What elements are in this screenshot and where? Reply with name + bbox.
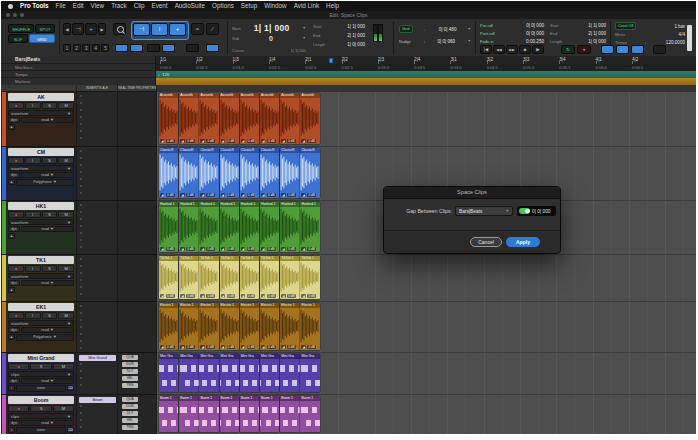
clip-gain-value[interactable]: 0 dB — [247, 345, 256, 350]
clip-gain-value[interactable]: 0 dB — [267, 345, 276, 350]
input-monitor-button[interactable]: I — [25, 102, 41, 109]
clip-gain-icon[interactable]: ◢ — [200, 247, 204, 252]
record-enable-button[interactable]: ● — [8, 363, 29, 370]
rtp-qua[interactable]: QUA — [122, 397, 138, 402]
clip-cm-3[interactable]: ClassicR◢0 dB — [199, 148, 218, 198]
rtp-qua[interactable]: QUA — [122, 355, 138, 360]
mute-button[interactable]: M — [58, 157, 74, 164]
zoom-horizontal-out-button[interactable] — [115, 44, 128, 52]
insert-plugin-mini-grand[interactable]: Mini Grand — [79, 355, 116, 361]
record-enable-button[interactable]: ● — [8, 405, 29, 412]
zoom-preset-1[interactable]: 1 — [63, 44, 71, 52]
clip-ek1-7[interactable]: Electro 1◢0 dB — [280, 303, 299, 350]
clip-gain-value[interactable]: 0 dB — [227, 247, 236, 252]
metronome-button[interactable]: ♩ — [616, 45, 629, 54]
sub-counter[interactable]: Sub 0 ▼ — [232, 34, 306, 42]
transport-end-value[interactable]: 2| 1| 000 — [588, 31, 606, 36]
solo-button[interactable]: S — [42, 157, 58, 164]
clip-gain-icon[interactable]: ◢ — [301, 294, 305, 299]
tempo-event[interactable]: ♩120 — [158, 72, 169, 77]
clip-ek1-4[interactable]: Electro 1◢0 dB — [220, 303, 239, 350]
dyn-button[interactable]: dyn — [8, 378, 20, 384]
clip-ak-7[interactable]: Acoustik◢0 dB — [280, 93, 299, 144]
clip-gain-icon[interactable]: ◢ — [281, 294, 285, 299]
gap-units-select[interactable]: Bars|Beats ▼ — [455, 206, 513, 216]
clip-gain-value[interactable]: 0 dB — [206, 247, 215, 252]
clip-gain-icon[interactable]: ◢ — [241, 345, 245, 350]
sel-end-value[interactable]: 2| 1| 000 — [347, 33, 365, 38]
clip-mini-grand-4[interactable]: Mini Gra — [220, 354, 239, 392]
clip-gain-icon[interactable]: ◢ — [160, 345, 164, 350]
play-button[interactable]: ▶ — [532, 45, 544, 54]
clip-gain-icon[interactable]: ◢ — [180, 193, 184, 198]
track-view-selector[interactable]: waveform▼ — [8, 165, 74, 171]
pre-roll-label[interactable]: Pre-roll — [480, 23, 493, 28]
clip-gain-icon[interactable]: ◢ — [180, 247, 184, 252]
track-view-selector[interactable]: clips▼ — [8, 371, 74, 377]
sel-start-value[interactable]: 1| 1| 000 — [347, 24, 365, 29]
clip-cm-4[interactable]: ClassicR◢0 dB — [220, 148, 239, 198]
menu-event[interactable]: Event — [152, 1, 168, 11]
clip-gain-icon[interactable]: ◢ — [281, 139, 285, 144]
smart-tool-group[interactable]: ⊣ I + — [131, 21, 189, 40]
clip-gain-icon[interactable]: ◢ — [281, 247, 285, 252]
clip-gain-value[interactable]: 0 dB — [227, 345, 236, 350]
clip-gain-icon[interactable]: ◢ — [241, 247, 245, 252]
clip-boom-7[interactable]: Boom 1 — [280, 396, 299, 432]
clip-cm-6[interactable]: ClassicR◢0 dB — [260, 148, 279, 198]
menu-file[interactable]: File — [56, 1, 66, 11]
track-lane-mini-grand[interactable]: Mini GraMini GraMini GraMini GraMini Gra… — [157, 353, 696, 395]
clip-tk1-6[interactable]: TikTok 1◢0 dB — [260, 256, 279, 299]
smart-grabber-icon[interactable]: + — [169, 23, 186, 36]
track-view-selector[interactable]: waveform▼ — [8, 110, 74, 116]
clip-cm-7[interactable]: ClassicR◢0 dB — [280, 148, 299, 198]
mute-button[interactable]: M — [53, 363, 74, 370]
clip-gain-value[interactable]: 0 dB — [247, 294, 256, 299]
record-enable-button[interactable]: ● — [8, 157, 24, 164]
input-monitor-button[interactable]: I — [25, 211, 41, 218]
zoom-preset-3[interactable]: 3 — [82, 44, 90, 52]
menu-help[interactable]: Help — [326, 1, 339, 11]
track-view-selector[interactable]: waveform▼ — [8, 273, 74, 279]
solo-button[interactable]: S — [30, 405, 51, 412]
track-name-ek1[interactable]: EK1 — [8, 303, 74, 311]
zoom-horizontal-in-button[interactable] — [130, 44, 143, 52]
pre-roll-toggle-button[interactable] — [653, 45, 666, 54]
clip-boom-2[interactable]: Boom 1 — [179, 396, 198, 432]
clip-tk1-3[interactable]: TikTok 1◢0 dB — [199, 256, 218, 299]
clip-gain-value[interactable]: 0 dB — [166, 247, 175, 252]
mute-button[interactable]: M — [58, 312, 74, 319]
clip-gain-value[interactable]: 0 dB — [186, 294, 195, 299]
grid-label[interactable]: Grid — [399, 25, 413, 33]
track-lane-boom[interactable]: Boom 1Boom 1Boom 1Boom 1Boom 1Boom 1Boom… — [157, 395, 696, 434]
elastic-audio-icon[interactable]: ▲ — [8, 287, 15, 293]
clip-ak-3[interactable]: Acoustik◢0 dB — [199, 93, 218, 144]
clip-tk1-5[interactable]: TikTok 1◢0 dB — [240, 256, 259, 299]
clip-gain-icon[interactable]: ◢ — [200, 345, 204, 350]
rewind-button[interactable]: ◀◀ — [493, 45, 505, 54]
zoom-preset-2[interactable]: 2 — [73, 44, 81, 52]
clip-gain-icon[interactable]: ◢ — [261, 193, 265, 198]
fade-in-value[interactable]: 0:00.250 — [526, 39, 544, 44]
clip-mini-grand-3[interactable]: Mini Gra — [199, 354, 218, 392]
menu-edit[interactable]: Edit — [73, 1, 84, 11]
markers-ruler[interactable] — [156, 78, 696, 85]
keyboard-icon[interactable]: ⌨ — [67, 385, 74, 391]
nudge-dropdown-icon[interactable]: ▼ — [468, 39, 471, 43]
clip-mini-grand-6[interactable]: Mini Gra — [260, 354, 279, 392]
clip-ak-6[interactable]: Acoustik◢0 dB — [260, 93, 279, 144]
clip-gain-value[interactable]: 0 dB — [287, 345, 296, 350]
clip-gain-value[interactable]: 0 dB — [307, 294, 316, 299]
track-name-tk1[interactable]: TK1 — [8, 256, 74, 264]
clip-gain-icon[interactable]: ◢ — [301, 345, 305, 350]
clip-gain-value[interactable]: 0 dB — [186, 139, 195, 144]
rtp-dur[interactable]: DUR — [122, 362, 138, 367]
clip-boom-3[interactable]: Boom 1 — [199, 396, 218, 432]
clip-gain-icon[interactable]: ◢ — [261, 139, 265, 144]
clip-ak-1[interactable]: Acoustik◢0 dB — [159, 93, 178, 144]
clip-gain-value[interactable]: 0 dB — [287, 193, 296, 198]
clip-tk1-8[interactable]: TikTok 1◢0 dB — [300, 256, 319, 299]
clip-ek1-6[interactable]: Electro 1◢0 dB — [260, 303, 279, 350]
patch-select-button[interactable]: none — [16, 427, 66, 434]
post-roll-value[interactable]: 0| 0| 000 — [526, 31, 544, 36]
